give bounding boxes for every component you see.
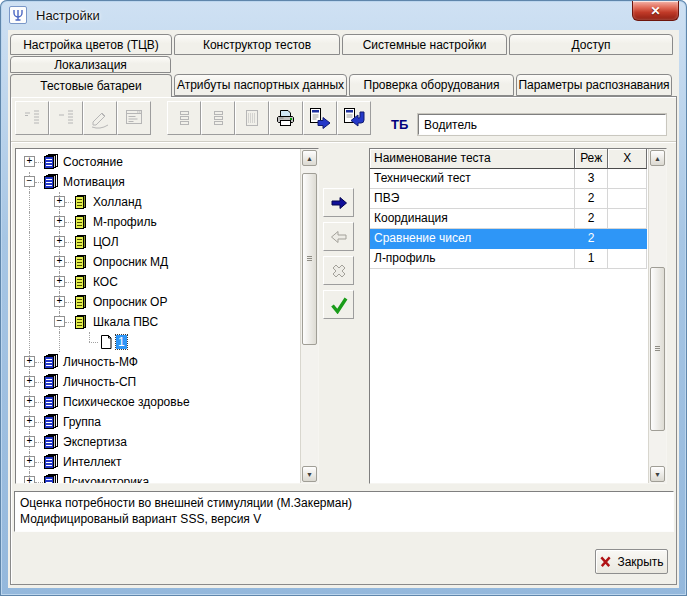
expand-toggle-icon[interactable]: +: [54, 196, 65, 207]
page-icon: [98, 334, 114, 350]
tree-item[interactable]: 1: [16, 332, 299, 352]
scroll-down-icon[interactable]: ▼: [650, 466, 665, 482]
expand-toggle-icon[interactable]: +: [24, 416, 35, 427]
close-button[interactable]: Закрыть: [595, 549, 668, 574]
tree-item-label[interactable]: Интеллект: [61, 455, 123, 469]
tree-item[interactable]: +КОС: [16, 272, 299, 292]
tree-item[interactable]: +Состояние: [16, 152, 299, 172]
tree-item[interactable]: +Личность-СП: [16, 372, 299, 392]
tree-item-label[interactable]: Личность-СП: [61, 375, 138, 389]
tree-item[interactable]: −Мотивация: [16, 172, 299, 192]
tab[interactable]: Атрибуты паспортных данных: [174, 74, 347, 96]
tab[interactable]: Доступ: [509, 34, 673, 55]
tree-item-label[interactable]: Опросник ОР: [91, 295, 169, 309]
expand-toggle-icon[interactable]: +: [54, 256, 65, 267]
expand-toggle-icon[interactable]: +: [24, 476, 35, 484]
tree-item-label[interactable]: КОС: [91, 275, 120, 289]
tree-item[interactable]: −Шкала ПВС: [16, 312, 299, 332]
tree-item[interactable]: +Опросник ОР: [16, 292, 299, 312]
tree-item[interactable]: +М-профиль: [16, 212, 299, 232]
tree-guide-line: [35, 162, 43, 163]
expand-toggle-icon[interactable]: +: [24, 356, 35, 367]
tab-row-3: Тестовые батареиАтрибуты паспортных данн…: [10, 74, 672, 96]
tab[interactable]: Системные настройки: [342, 34, 507, 55]
tree-guide-line: [35, 182, 43, 183]
tree-guide-line: [35, 422, 43, 423]
expand-toggle-icon[interactable]: +: [24, 456, 35, 467]
tree-guide-line: [35, 482, 43, 483]
column-header[interactable]: X: [608, 149, 647, 169]
tab[interactable]: Проверка оборудования: [349, 74, 514, 96]
table-cell: [608, 249, 647, 269]
tab[interactable]: Локализация: [10, 56, 171, 73]
tree-item-label[interactable]: Опросник МД: [91, 255, 170, 269]
window-close-button[interactable]: ✕: [632, 1, 679, 21]
tab[interactable]: Конструктор тестов: [174, 34, 340, 55]
tree-guide-line: [89, 332, 90, 342]
column-header[interactable]: Реж: [575, 149, 609, 169]
delete-x-icon: [329, 261, 349, 281]
tree-item-label[interactable]: Экспертиза: [61, 435, 129, 449]
tree-item-label[interactable]: Личность-МФ: [61, 355, 140, 369]
tree-item-label[interactable]: Состояние: [61, 155, 125, 169]
table-scrollbar[interactable]: ▲▼: [648, 149, 666, 483]
tree-guide-line: [35, 382, 43, 383]
tree-item[interactable]: +Психомоторика: [16, 472, 299, 484]
tree-item-label[interactable]: Шкала ПВС: [91, 315, 160, 329]
move-right-button[interactable]: [323, 188, 354, 217]
remove-battery-icon: [55, 107, 77, 129]
table-row[interactable]: Технический тест3: [370, 169, 647, 189]
scroll-up-icon[interactable]: ▲: [650, 150, 665, 166]
tree-item[interactable]: +Группа: [16, 412, 299, 432]
table-row[interactable]: ПВЭ2: [370, 189, 647, 209]
scroll-down-icon[interactable]: ▼: [302, 466, 317, 482]
scrollbar-thumb[interactable]: [650, 267, 665, 431]
tree-item-label[interactable]: Холланд: [91, 195, 144, 209]
tree-guide-line: [65, 302, 73, 303]
tree-item[interactable]: +ЦОЛ: [16, 232, 299, 252]
tree-item[interactable]: +Опросник МД: [16, 252, 299, 272]
collapse-toggle-icon[interactable]: −: [24, 176, 35, 187]
tree-item-label[interactable]: Психическое здоровье: [61, 395, 192, 409]
tree-item-label[interactable]: Группа: [61, 415, 103, 429]
collapse-toggle-icon[interactable]: −: [54, 316, 65, 327]
column-header[interactable]: Наименование теста: [370, 149, 575, 169]
export-button[interactable]: [303, 101, 337, 135]
battery-name-input[interactable]: [418, 114, 666, 135]
tree-item[interactable]: +Экспертиза: [16, 432, 299, 452]
expand-toggle-icon[interactable]: +: [24, 436, 35, 447]
expand-toggle-icon[interactable]: +: [24, 156, 35, 167]
tree-item[interactable]: +Психическое здоровье: [16, 392, 299, 412]
table-row[interactable]: Координация2: [370, 209, 647, 229]
tab[interactable]: Настройка цветов (ТЦВ): [10, 34, 172, 55]
tab-active[interactable]: Тестовые батареи: [10, 74, 172, 97]
expand-toggle-icon[interactable]: +: [54, 296, 65, 307]
tree-item-label[interactable]: Психомоторика: [61, 475, 151, 484]
table-row[interactable]: Л-профиль1: [370, 249, 647, 269]
tab[interactable]: Параметры распознавания: [516, 74, 672, 96]
tree-item[interactable]: +Личность-МФ: [16, 352, 299, 372]
grid-button: [235, 101, 269, 135]
import-button[interactable]: [337, 101, 371, 135]
tree-item-label[interactable]: Мотивация: [61, 175, 127, 189]
expand-toggle-icon[interactable]: +: [54, 276, 65, 287]
expand-toggle-icon[interactable]: +: [54, 216, 65, 227]
tree-item-label[interactable]: М-профиль: [91, 215, 159, 229]
arrow-left-icon: [329, 228, 349, 246]
tree-guide-line: [29, 252, 30, 272]
print-button[interactable]: [269, 101, 303, 135]
table-cell: [608, 189, 647, 209]
toolbar-separator: [11, 141, 676, 143]
expand-toggle-icon[interactable]: +: [24, 396, 35, 407]
tree-item[interactable]: +Интеллект: [16, 452, 299, 472]
expand-toggle-icon[interactable]: +: [54, 236, 65, 247]
confirm-button[interactable]: [323, 290, 354, 319]
tree-item-label-selected[interactable]: 1: [116, 335, 127, 349]
tree-item[interactable]: +Холланд: [16, 192, 299, 212]
scrollbar-thumb[interactable]: [302, 173, 317, 345]
table-row-selected[interactable]: Сравнение чисел2: [370, 229, 647, 249]
scroll-up-icon[interactable]: ▲: [302, 150, 317, 166]
expand-toggle-icon[interactable]: +: [24, 376, 35, 387]
tree-scrollbar[interactable]: ▲▼: [300, 149, 318, 483]
tree-item-label[interactable]: ЦОЛ: [91, 235, 121, 249]
